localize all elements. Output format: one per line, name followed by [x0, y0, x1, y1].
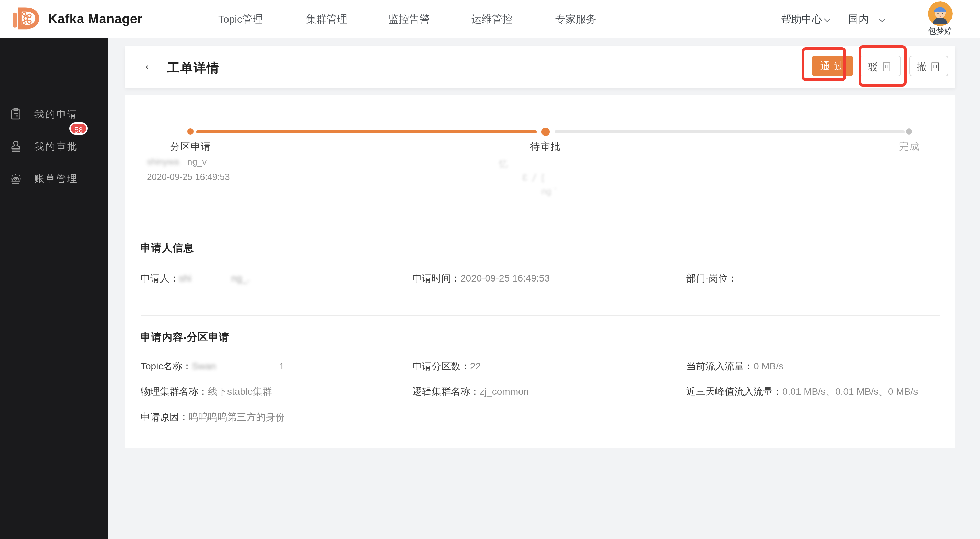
- sidebar-item-my-applications[interactable]: 我的申请: [0, 105, 108, 126]
- field-topic-name: Topic名称：Swan1: [141, 360, 285, 373]
- user-avatar[interactable]: [928, 2, 953, 26]
- step-label-pending-approval: 待审批: [530, 141, 561, 153]
- approval-count-badge: 58: [69, 122, 88, 135]
- sidebar-item-my-approvals[interactable]: 我的审批 58: [0, 137, 108, 158]
- nav-monitor-alert[interactable]: 监控告警: [388, 0, 430, 38]
- chevron-down-icon: [824, 16, 831, 22]
- section-title-applicant-info: 申请人信息: [141, 242, 194, 255]
- page-title-bar: ← 工单详情 通 过 驳 回 撤 回: [125, 46, 955, 88]
- top-header: Kafka Manager Topic管理 集群管理 监控告警 运维管控 专家服…: [0, 0, 980, 38]
- nav-ops-control[interactable]: 运维管控: [471, 0, 513, 38]
- help-center-menu[interactable]: 帮助中心: [781, 0, 830, 38]
- withdraw-button[interactable]: 撤 回: [909, 56, 948, 76]
- field-physical-cluster: 物理集群名称：线下stable集群: [141, 386, 272, 398]
- sidebar-item-label: 我的审批: [34, 141, 78, 153]
- user-name: 包梦婷: [913, 26, 968, 36]
- field-applicant: 申请人：shing_.: [141, 273, 250, 285]
- nav-topic-management[interactable]: Topic管理: [218, 0, 263, 38]
- clipboard-icon: [9, 107, 23, 121]
- field-peak-inflow-3days: 近三天峰值流入流量：0.01 MB/s、0.01 MB/s、0 MB/s: [686, 386, 918, 398]
- alarm-icon: [9, 172, 23, 185]
- field-partition-count: 申请分区数：22: [412, 360, 481, 373]
- region-selector[interactable]: 国内: [848, 0, 885, 38]
- step-line-done: [196, 131, 537, 133]
- stamp-icon: [9, 139, 23, 153]
- step-label-finished: 完成: [899, 141, 920, 153]
- reject-button[interactable]: 驳 回: [859, 56, 901, 76]
- nav-expert-service[interactable]: 专家服务: [555, 0, 597, 38]
- step-dot-partition-apply: [187, 128, 194, 135]
- step1-applicant: shinywang_v: [147, 156, 207, 167]
- field-logical-cluster: 逻辑集群名称：zj_common: [412, 386, 529, 398]
- brand-title: Kafka Manager: [48, 0, 143, 38]
- step-dot-finished: [906, 128, 912, 135]
- step-dot-pending-approval: [541, 128, 550, 136]
- sidebar: 我的申请 我的审批 58 账单管理: [0, 38, 108, 539]
- step1-time: 2020-09-25 16:49:53: [147, 172, 229, 182]
- section-title-application-content: 申请内容-分区申请: [141, 331, 229, 344]
- sidebar-item-label: 我的申请: [34, 108, 78, 121]
- step-line-todo: [555, 131, 905, 133]
- field-department-position: 部门-岗位：: [686, 273, 737, 285]
- chevron-down-icon: [879, 16, 886, 22]
- divider: [141, 226, 940, 227]
- app-root: Kafka Manager Topic管理 集群管理 监控告警 运维管控 专家服…: [0, 0, 980, 539]
- page-title: 工单详情: [167, 60, 220, 76]
- step-label-partition-apply: 分区申请: [170, 141, 212, 153]
- step2-redacted-text: 忆 Ɛ 〳 [ ng ˋ: [499, 157, 629, 198]
- sidebar-item-billing[interactable]: 账单管理: [0, 170, 108, 190]
- nav-cluster-management[interactable]: 集群管理: [306, 0, 347, 38]
- work-order-card: 分区申请 待审批 完成 shinywang_v 2020-09-25 16:49…: [125, 96, 955, 448]
- field-apply-reason: 申请原因：呜呜呜呜第三方的身份: [141, 411, 285, 424]
- approve-button[interactable]: 通 过: [812, 56, 853, 76]
- field-apply-time: 申请时间：2020-09-25 16:49:53: [412, 273, 550, 285]
- divider: [141, 315, 940, 316]
- back-arrow-icon[interactable]: ←: [143, 57, 156, 73]
- kafka-manager-logo-icon: [10, 5, 40, 33]
- sidebar-item-label: 账单管理: [34, 173, 78, 185]
- main-area: ← 工单详情 通 过 驳 回 撤 回 分区申请 待审批 完成 shinywang…: [108, 38, 980, 539]
- field-current-inflow: 当前流入流量：0 MB/s: [686, 360, 783, 373]
